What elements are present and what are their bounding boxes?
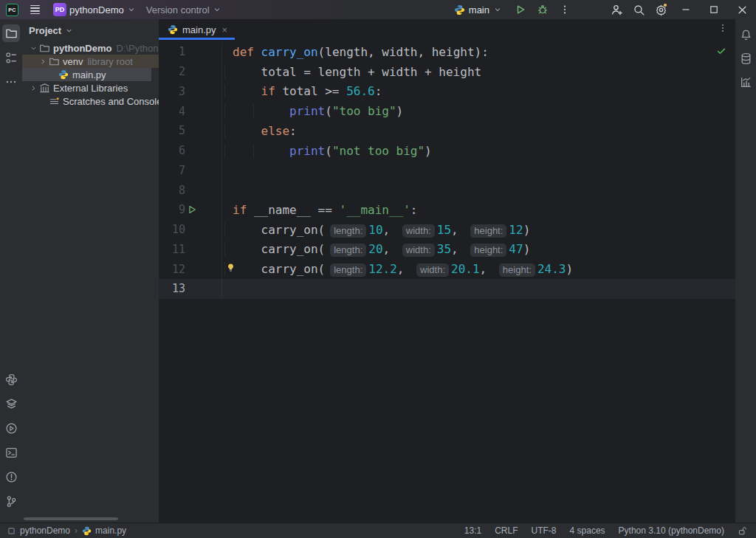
project-widget[interactable]: PD pythonDemo bbox=[52, 1, 137, 18]
line-number[interactable]: 9 bbox=[159, 203, 185, 216]
line-number[interactable]: 3 bbox=[159, 85, 185, 98]
code-line-10[interactable]: 10 carry_on(length:10, width:15, height:… bbox=[159, 220, 735, 240]
line-number[interactable]: 12 bbox=[159, 263, 185, 276]
database-toolwindow-button[interactable] bbox=[737, 49, 755, 67]
project-panel-hscrollbar[interactable] bbox=[24, 517, 118, 520]
bell-icon bbox=[740, 29, 752, 41]
status-bar: pythonDemo › main.py 13:1 CRLF UTF-8 4 s… bbox=[0, 523, 756, 538]
tree-item-external-libraries[interactable]: External Libraries bbox=[22, 81, 159, 94]
chevron-right-icon bbox=[30, 84, 38, 92]
line-separator-widget[interactable]: CRLF bbox=[495, 525, 518, 536]
breadcrumb-project[interactable]: pythonDemo bbox=[20, 525, 70, 536]
version-control-label: Version control bbox=[146, 4, 210, 15]
intention-bulb-icon[interactable] bbox=[226, 263, 236, 272]
python-icon bbox=[82, 526, 92, 536]
code-line-6[interactable]: 6 print("not too big") bbox=[159, 141, 735, 161]
code-line-11[interactable]: 11 carry_on(length:20, width:35, height:… bbox=[159, 240, 735, 260]
python-interpreter-widget[interactable]: Python 3.10 (pythonDemo) bbox=[619, 525, 724, 536]
run-circle-icon bbox=[5, 422, 18, 435]
search-icon bbox=[633, 4, 645, 16]
line-number[interactable]: 8 bbox=[159, 184, 185, 197]
tree-item-scratches-and-consoles[interactable]: Scratches and Consoles bbox=[22, 94, 159, 108]
run-configuration-widget[interactable]: main bbox=[454, 4, 502, 15]
code-line-13[interactable]: 13 bbox=[159, 279, 735, 299]
version-control-toolwindow-button[interactable] bbox=[2, 492, 20, 510]
services-toolwindow-button[interactable] bbox=[2, 395, 20, 413]
line-number[interactable]: 4 bbox=[159, 105, 185, 118]
project-panel-header[interactable]: Project bbox=[22, 19, 159, 41]
structure-toolwindow-button[interactable] bbox=[2, 49, 20, 66]
line-number[interactable]: 1 bbox=[159, 45, 185, 58]
tab-close-icon[interactable]: × bbox=[221, 24, 230, 35]
window-minimize-button[interactable] bbox=[672, 0, 700, 19]
lock-open-icon[interactable] bbox=[738, 526, 747, 536]
breadcrumb-file[interactable]: main.py bbox=[82, 525, 126, 536]
tree-item-main-py[interactable]: main.py bbox=[22, 68, 151, 81]
more-toolwindows-button[interactable] bbox=[2, 73, 20, 91]
more-actions-button[interactable] bbox=[554, 1, 576, 18]
tree-item-label: pythonDemo bbox=[53, 43, 111, 54]
inline-parameter-hint: height: bbox=[470, 224, 506, 238]
problems-icon bbox=[5, 471, 18, 483]
notifications-button[interactable] bbox=[737, 26, 755, 44]
code-lines[interactable]: 1def carry_on(length, width, height):2 t… bbox=[159, 40, 735, 299]
search-everywhere-button[interactable] bbox=[628, 1, 650, 18]
breadcrumb-chevron-icon: › bbox=[75, 525, 78, 536]
line-number[interactable]: 11 bbox=[159, 243, 185, 256]
python-icon bbox=[58, 69, 69, 80]
gutter-run-button[interactable] bbox=[187, 204, 197, 215]
code-line-12[interactable]: 12 carry_on(length:12.2, width:20.1, hei… bbox=[159, 259, 735, 279]
line-number[interactable]: 7 bbox=[159, 164, 185, 177]
indent-widget[interactable]: 4 spaces bbox=[570, 525, 605, 536]
version-control-widget[interactable]: Version control bbox=[145, 3, 223, 17]
window-close-button[interactable] bbox=[728, 0, 756, 19]
line-number[interactable]: 13 bbox=[159, 282, 185, 295]
right-toolwindow-strip bbox=[735, 19, 756, 523]
line-number[interactable]: 10 bbox=[159, 223, 185, 236]
debug-button[interactable] bbox=[532, 1, 554, 18]
editor-options-button[interactable] bbox=[718, 23, 728, 33]
project-badge: PD bbox=[53, 3, 66, 16]
run-toolwindow-button[interactable] bbox=[2, 419, 20, 437]
code-line-8[interactable]: 8 bbox=[159, 180, 735, 200]
caret-position-widget[interactable]: 13:1 bbox=[464, 525, 481, 536]
tree-item-pythondemo[interactable]: pythonDemoD:\PythonProject bbox=[22, 41, 159, 55]
code-line-1[interactable]: 1def carry_on(length, width, height): bbox=[159, 42, 735, 62]
line-number[interactable]: 5 bbox=[159, 124, 185, 137]
run-button[interactable] bbox=[509, 1, 532, 18]
main-menu-button[interactable] bbox=[26, 2, 44, 17]
more-dots-icon bbox=[5, 76, 17, 88]
code-line-9[interactable]: 9if __name__ == '__main__': bbox=[159, 200, 735, 220]
inline-parameter-hint: width: bbox=[416, 263, 449, 277]
kebab-menu-icon bbox=[718, 23, 728, 33]
project-toolwindow-button[interactable] bbox=[2, 24, 20, 42]
code-line-3[interactable]: 3 if total >= 56.6: bbox=[159, 82, 735, 102]
code-line-7[interactable]: 7 bbox=[159, 161, 735, 181]
terminal-toolwindow-button[interactable] bbox=[2, 444, 20, 461]
toolwindow-widget-icon[interactable] bbox=[7, 527, 16, 535]
tree-item-venv[interactable]: venvlibrary root bbox=[22, 55, 159, 68]
plots-toolwindow-button[interactable] bbox=[737, 73, 755, 91]
problems-toolwindow-button[interactable] bbox=[2, 468, 20, 486]
tree-item-label: main.py bbox=[72, 69, 106, 80]
library-icon bbox=[39, 83, 50, 94]
python-icon bbox=[454, 4, 465, 15]
python-icon bbox=[168, 24, 178, 35]
chevron-down-icon bbox=[65, 27, 73, 35]
settings-button[interactable] bbox=[650, 1, 672, 18]
code-line-4[interactable]: 4 print("too big") bbox=[159, 101, 735, 121]
left-toolwindow-strip bbox=[0, 19, 22, 523]
tab-main-py[interactable]: main.py × bbox=[159, 19, 235, 40]
code-with-me-button[interactable] bbox=[605, 1, 628, 18]
close-icon bbox=[738, 5, 747, 15]
python-console-toolwindow-button[interactable] bbox=[2, 370, 20, 388]
line-number[interactable]: 2 bbox=[159, 65, 185, 78]
window-maximize-button[interactable] bbox=[700, 0, 728, 19]
line-number[interactable]: 6 bbox=[159, 144, 185, 157]
tree-item-suffix: D:\PythonProject bbox=[116, 43, 159, 54]
encoding-widget[interactable]: UTF-8 bbox=[532, 525, 557, 536]
code-line-2[interactable]: 2 total = length + width + height bbox=[159, 62, 735, 82]
inline-parameter-hint: length: bbox=[330, 263, 366, 277]
code-line-5[interactable]: 5 else: bbox=[159, 121, 735, 141]
structure-icon bbox=[5, 52, 18, 64]
